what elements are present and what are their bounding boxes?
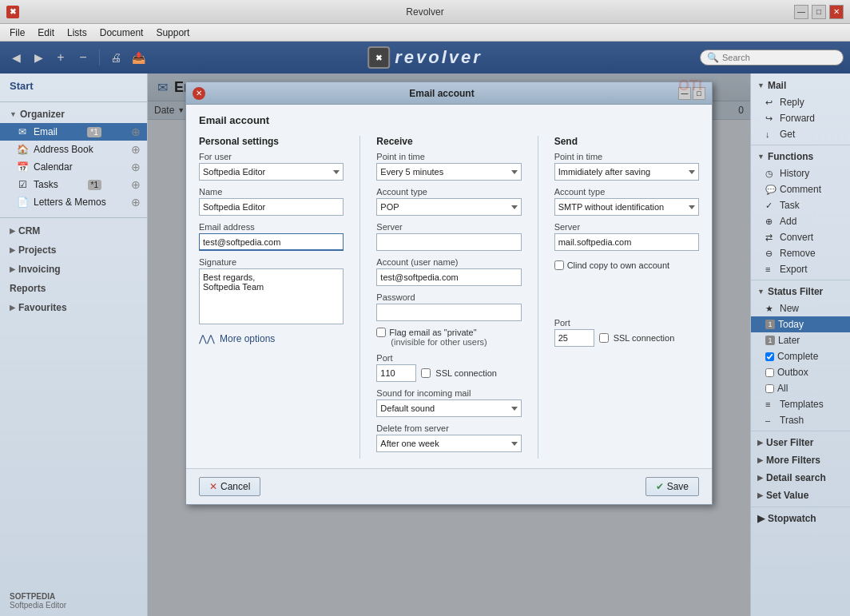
all-checkbox[interactable]: [765, 384, 774, 393]
add-button[interactable]: +: [51, 48, 70, 67]
sidebar-favourites[interactable]: ▶ Favourites: [0, 298, 147, 317]
forward-button[interactable]: ▶: [29, 48, 48, 67]
menu-document[interactable]: Document: [93, 26, 150, 40]
right-forward[interactable]: ↪ Forward: [751, 110, 850, 126]
set-value-section[interactable]: ▶ Set Value: [751, 487, 850, 504]
right-status-outbox[interactable]: Outbox: [751, 364, 850, 380]
right-status-trash[interactable]: – Trash: [751, 412, 850, 428]
delete-button[interactable]: −: [73, 48, 93, 67]
outbox-checkbox[interactable]: [765, 368, 774, 377]
save-button[interactable]: ✔ Save: [645, 477, 699, 496]
detail-search-section[interactable]: ▶ Detail search: [751, 469, 850, 487]
signature-textarea[interactable]: Best regards, Softpedia Team: [199, 268, 344, 324]
delete-server-select[interactable]: After one weekNeverImmediatelyAfter one …: [376, 435, 521, 452]
right-task[interactable]: ✓ Task: [751, 197, 850, 213]
search-bar[interactable]: 🔍: [700, 50, 844, 66]
right-status-new[interactable]: ★ New: [751, 300, 850, 316]
sidebar-divider-2: [0, 217, 147, 218]
server-row: Server: [376, 222, 521, 251]
right-history[interactable]: ◷ History: [751, 165, 850, 181]
send-account-type-select[interactable]: SMTP without identificationSMTP with ide…: [554, 198, 699, 216]
sidebar-invoicing[interactable]: ▶ Invoicing: [0, 260, 147, 279]
back-button[interactable]: ◀: [6, 48, 26, 67]
export-button[interactable]: 📤: [129, 48, 148, 67]
point-in-time-select[interactable]: Every 5 minutesEvery 10 minutesEvery 15 …: [376, 163, 521, 181]
right-status-complete[interactable]: Complete: [751, 348, 850, 364]
modal-close-icon[interactable]: ✕: [193, 87, 205, 100]
tasks-add-icon[interactable]: ⊕: [131, 178, 141, 191]
personal-settings-label: Personal settings: [199, 136, 344, 147]
mail-section[interactable]: ▼ Mail: [751, 77, 850, 94]
right-status-later[interactable]: 1 Later: [751, 332, 850, 348]
right-convert[interactable]: ⇄ Convert: [751, 229, 850, 245]
complete-checkbox[interactable]: [765, 352, 774, 361]
minimize-button[interactable]: —: [794, 5, 808, 19]
right-export[interactable]: ≡ Export: [751, 261, 850, 277]
stopwatch-section[interactable]: ▶ Stopwatch: [751, 510, 850, 527]
right-comment[interactable]: 💬 Comment: [751, 181, 850, 197]
logo-text: revolver: [395, 47, 483, 68]
send-point-select[interactable]: Immidiately after savingEvery 5 minutes: [554, 163, 699, 181]
right-status-templates[interactable]: ≡ Templates: [751, 396, 850, 412]
password-input[interactable]: [376, 304, 521, 321]
maximize-button[interactable]: □: [812, 5, 826, 19]
sidebar-reports[interactable]: Reports: [0, 279, 147, 298]
account-username-input[interactable]: [376, 268, 521, 286]
sidebar-start[interactable]: Start: [0, 74, 147, 98]
sidebar-item-address-book[interactable]: 🏠 Address Book ⊕: [0, 141, 147, 158]
organizer-arrow: ▼: [10, 110, 17, 118]
account-type-select[interactable]: POPIMAP: [376, 198, 521, 216]
for-user-select[interactable]: Softpedia Editor: [199, 163, 344, 181]
server-input[interactable]: [376, 233, 521, 251]
more-options-row[interactable]: ⋀⋀ More options: [199, 333, 344, 344]
right-status-all[interactable]: All: [751, 380, 850, 396]
status-filter-section[interactable]: ▼ Status Filter: [751, 283, 850, 300]
sidebar-projects[interactable]: ▶ Projects: [0, 240, 147, 260]
send-port-input[interactable]: [554, 329, 594, 347]
letters-add-icon[interactable]: ⊕: [131, 196, 141, 209]
cancel-button[interactable]: ✕ Cancel: [199, 477, 260, 496]
sidebar-crm[interactable]: ▶ CRM: [0, 221, 147, 240]
address-book-add-icon[interactable]: ⊕: [131, 143, 141, 156]
user-filter-section[interactable]: ▶ User Filter: [751, 434, 850, 451]
title-bar: ✖ Revolver — □ ✕: [0, 0, 850, 24]
sidebar-item-email[interactable]: ✉ Email *1 ⊕: [0, 123, 147, 141]
more-filters-label: More Filters: [766, 455, 820, 466]
send-point-row: Point in time Immidiately after savingEv…: [554, 152, 699, 181]
sidebar-item-letters[interactable]: 📄 Letters & Memos ⊕: [0, 193, 147, 211]
flag-private-checkbox[interactable]: [376, 328, 386, 337]
blind-copy-row: Clind copy to own account: [554, 260, 699, 270]
name-input[interactable]: [199, 198, 344, 216]
right-reply[interactable]: ↩ Reply: [751, 94, 850, 110]
search-input[interactable]: [722, 53, 834, 62]
organizer-header[interactable]: ▼ Organizer: [0, 105, 147, 123]
send-account-type-row: Account type SMTP without identification…: [554, 187, 699, 216]
print-button[interactable]: 🖨: [106, 48, 125, 67]
blind-copy-checkbox[interactable]: [554, 260, 564, 270]
menu-lists[interactable]: Lists: [61, 26, 93, 40]
email-add-icon[interactable]: ⊕: [131, 125, 141, 138]
send-server-input[interactable]: [554, 233, 699, 251]
right-get[interactable]: ↓ Get: [751, 126, 850, 142]
calendar-icon: 📅: [16, 161, 29, 173]
right-remove[interactable]: ⊖ Remove: [751, 245, 850, 261]
right-status-today[interactable]: 1 Today: [751, 316, 850, 332]
email-address-input[interactable]: [199, 233, 344, 251]
calendar-add-icon[interactable]: ⊕: [131, 161, 141, 173]
sidebar-item-calendar[interactable]: 📅 Calendar ⊕: [0, 158, 147, 176]
menu-edit[interactable]: Edit: [31, 26, 61, 40]
menu-support[interactable]: Support: [149, 26, 196, 40]
search-icon: 🔍: [707, 52, 719, 63]
email-address-row: Email address: [199, 222, 344, 251]
sidebar-item-tasks[interactable]: ☑ Tasks *1 ⊕: [0, 176, 147, 193]
port-input[interactable]: [376, 364, 416, 382]
close-button[interactable]: ✕: [829, 5, 844, 19]
sound-select[interactable]: Default soundNo soundCustom: [376, 399, 521, 417]
functions-section[interactable]: ▼ Functions: [751, 148, 850, 165]
menu-file[interactable]: File: [3, 26, 31, 40]
ssl-checkbox[interactable]: [421, 368, 431, 378]
right-add[interactable]: ⊕ Add: [751, 213, 850, 229]
trash-label: Trash: [780, 415, 804, 426]
more-filters-section[interactable]: ▶ More Filters: [751, 451, 850, 469]
send-ssl-checkbox[interactable]: [599, 333, 609, 343]
